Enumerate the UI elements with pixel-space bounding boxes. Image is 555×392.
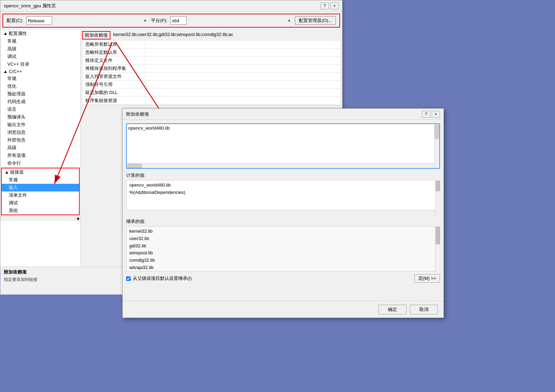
tree-item-all-opts[interactable]: 所有选项 (0, 152, 80, 159)
add-dep-header-label: 附加依赖项 (85, 32, 108, 38)
sub-bottom: 确定 取消 (123, 301, 444, 318)
prop-value-ignore-all (145, 44, 340, 45)
tree-item-system[interactable]: 系统 (2, 207, 79, 215)
tree-item-external[interactable]: 外部包含 (0, 136, 80, 144)
ok-button[interactable]: 确定 (379, 305, 406, 314)
computed-line-1: opencv_world480.lib (129, 182, 437, 189)
prop-value-embed-managed (145, 76, 340, 77)
tree-item-output-files[interactable]: 输出文件 (0, 121, 80, 129)
inherited-section: kernel32.lib user32.lib gdi32.lib winspo… (126, 226, 440, 271)
tree-item-optimize[interactable]: 优化 (0, 82, 80, 90)
tree-item-cpp[interactable]: ▲ C/C++ (0, 68, 80, 75)
main-title-bar: opencv_onnx_gpu 属性页 ? × (0, 0, 342, 12)
close-button[interactable]: × (330, 2, 339, 9)
prop-row-delay-dll: 延迟加载的 DLL (82, 89, 340, 97)
prop-row-embed-managed: 嵌入托管资源文件 (82, 73, 340, 81)
prop-name-delay-dll: 延迟加载的 DLL (82, 89, 145, 96)
edit-area: opencv_world480.lib (126, 123, 440, 169)
computed-line-2: %(AdditionalDependencies) (129, 189, 437, 196)
tree-item-linker-input[interactable]: 输入 (2, 184, 79, 191)
sub-title-controls: ? × (422, 111, 440, 118)
inherited-line-2: user32.lib (129, 235, 437, 242)
sub-content: opencv_world480.lib 计算的值: opencv_world48… (123, 120, 444, 301)
edit-textarea[interactable]: opencv_world480.lib (127, 124, 434, 162)
computed-scrollbar[interactable] (435, 180, 440, 215)
tree-item-manifest[interactable]: 清单文件 (2, 191, 79, 199)
computed-label: 计算的值: (126, 172, 440, 179)
config-select[interactable]: Release (26, 16, 52, 25)
help-button[interactable]: ? (320, 2, 329, 9)
prop-value-add-module (145, 68, 340, 69)
tree-item-cpp-general[interactable]: 常规 (0, 75, 80, 82)
tree-item-linker[interactable]: ▲ 链接器 (2, 168, 79, 176)
inherited-line-5: comdlg32.lib (129, 257, 437, 264)
right-panel-header: 附加依赖项 kernel32.lib;user32.lib;gdi32.lib;… (82, 31, 341, 39)
tree-item-language[interactable]: 语言 (0, 106, 80, 113)
tree-item-pch[interactable]: 预编译头 (0, 113, 80, 121)
computed-scroll-thumb (436, 181, 440, 191)
sub-dialog-title: 附加依赖项 (126, 111, 149, 117)
prop-name-embed-managed: 嵌入托管资源文件 (82, 73, 145, 80)
prop-name-force-sym: 强制符号引用 (82, 81, 145, 88)
tree-item-debug2[interactable]: 调试 (2, 199, 79, 207)
cancel-button[interactable]: 取消 (410, 305, 438, 314)
add-dep-value: kernel32.lib;user32.lib;gdi32.lib;winspo… (110, 31, 341, 38)
props-table: 忽略所有默认库 忽略特定默认库 模块定义文件 将模块添加到程序集 嵌入托管资源文… (82, 40, 341, 105)
prop-name-module-def: 模块定义文件 (82, 57, 145, 64)
config-select-wrapper: Release (26, 16, 148, 25)
inherited-line-3: gdi32.lib (129, 242, 437, 250)
add-dep-header-box: 附加依赖项 (82, 31, 110, 39)
checkbox-row: 从父级或项目默认设置继承(I) 宏(M) >> (126, 274, 440, 283)
prop-name-assembly-link: 程序集链接资源 (82, 97, 145, 104)
tree-item-vc-dirs[interactable]: VC++ 目录 (0, 60, 80, 68)
prop-name-ignore-all: 忽略所有默认库 (82, 41, 145, 48)
tree-item-browse[interactable]: 浏览信息 (0, 129, 80, 136)
prop-value-assembly-link (145, 100, 340, 101)
computed-section: opencv_world480.lib %(AdditionalDependen… (126, 180, 440, 215)
inherit-checkbox[interactable] (126, 276, 131, 281)
inherited-scroll-thumb (436, 227, 440, 244)
tree-item-config-props[interactable]: ▲ 配置属性 (0, 30, 80, 37)
prop-row-force-sym: 强制符号引用 (82, 81, 340, 89)
config-label: 配置(C): (7, 17, 23, 24)
computed-hscroll[interactable] (126, 210, 435, 215)
tree-item-codegen[interactable]: 代码生成 (0, 98, 80, 106)
tree-item-advanced[interactable]: 高级 (0, 45, 80, 53)
main-window-title: opencv_onnx_gpu 属性页 (4, 3, 56, 9)
tree-panel: ▲ 配置属性 常规 高级 调试 VC++ 目录 ▲ C/C++ 常规 优化 预处… (0, 30, 81, 267)
inherited-line-4: winspool.lib (129, 249, 437, 257)
prop-value-force-sym (145, 84, 340, 85)
prop-row-add-module: 将模块添加到程序集 (82, 65, 340, 73)
linker-section: ▲ 链接器 常规 输入 清单文件 调试 系统 (1, 168, 80, 215)
title-bar-controls: ? × (320, 2, 339, 9)
edit-scrollbar-v[interactable] (434, 124, 439, 168)
tree-item-general[interactable]: 常规 (0, 37, 80, 45)
tree-item-adv[interactable]: 高级 (0, 144, 80, 152)
edit-scrollbar-h[interactable] (127, 163, 434, 168)
inherited-label: 继承的值: (126, 218, 440, 225)
macro-button[interactable]: 宏(M) >> (415, 274, 440, 283)
platform-select-wrapper: x64 (170, 16, 292, 25)
platform-label: 平台(P): (151, 17, 167, 24)
platform-select[interactable]: x64 (170, 16, 187, 25)
sub-close-button[interactable]: × (432, 111, 440, 118)
tree-item-linker-general[interactable]: 常规 (2, 176, 79, 184)
tree-item-debug[interactable]: 调试 (0, 53, 80, 60)
prop-name-ignore-specific: 忽略特定默认库 (82, 49, 145, 56)
prop-value-module-def (145, 60, 340, 61)
inherited-line-1: kernel32.lib (129, 228, 437, 235)
prop-row-ignore-specific: 忽略特定默认库 (82, 49, 340, 57)
sub-dialog: 附加依赖项 ? × opencv_world480.lib 计算的值: open… (122, 108, 444, 318)
prop-row-module-def: 模块定义文件 (82, 57, 340, 65)
sub-help-button[interactable]: ? (422, 111, 430, 118)
inherited-scrollbar[interactable] (435, 226, 440, 271)
computed-box: opencv_world480.lib %(AdditionalDependen… (126, 180, 440, 215)
tree-item-preprocessor[interactable]: 预处理器 (0, 90, 80, 98)
prop-row-ignore-all: 忽略所有默认库 (82, 41, 340, 49)
prop-row-assembly-link: 程序集链接资源 (82, 97, 340, 105)
sub-title-bar: 附加依赖项 ? × (123, 109, 444, 120)
inherited-box: kernel32.lib user32.lib gdi32.lib winspo… (126, 226, 440, 271)
tree-item-cmdline[interactable]: 命令行 (0, 159, 80, 167)
prop-value-delay-dll (145, 92, 340, 93)
manager-button[interactable]: 配置管理器(O)... (295, 16, 336, 25)
